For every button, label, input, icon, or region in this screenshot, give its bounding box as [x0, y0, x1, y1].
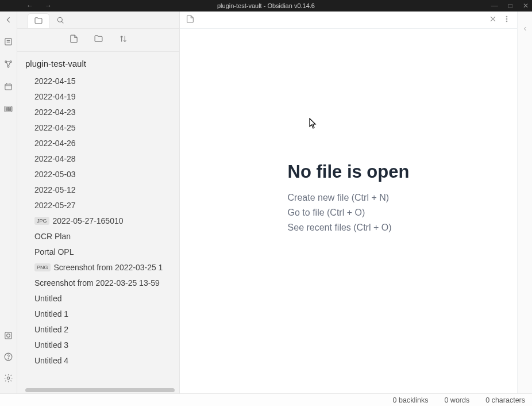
- new-folder-icon[interactable]: [94, 34, 103, 46]
- file-name: 2022-04-15: [34, 76, 76, 86]
- file-name: 2022-04-26: [34, 139, 76, 148]
- file-name: Portal OPL: [34, 247, 74, 256]
- status-backlinks[interactable]: 0 backlinks: [393, 396, 429, 404]
- svg-rect-13: [5, 106, 12, 112]
- svg-rect-14: [6, 108, 7, 109]
- svg-point-27: [506, 16, 507, 17]
- svg-point-22: [7, 377, 9, 379]
- file-name: 2022-05-12: [34, 185, 76, 194]
- svg-line-6: [6, 62, 7, 66]
- file-item[interactable]: 2022-04-26: [25, 135, 179, 151]
- file-item[interactable]: Portal OPL: [25, 244, 179, 259]
- file-item[interactable]: 2022-04-15: [25, 73, 179, 89]
- svg-point-4: [10, 61, 11, 63]
- sort-icon[interactable]: [118, 34, 128, 46]
- file-item[interactable]: Untitled 2: [25, 321, 179, 337]
- window-minimize-icon[interactable]: —: [491, 2, 498, 10]
- file-item[interactable]: 2022-04-25: [25, 120, 179, 135]
- file-item[interactable]: 2022-05-27: [25, 197, 179, 213]
- svg-rect-18: [5, 332, 11, 339]
- window-maximize-icon[interactable]: □: [508, 2, 512, 10]
- svg-point-29: [506, 21, 507, 22]
- graph-view-icon[interactable]: [3, 59, 13, 71]
- file-item[interactable]: Untitled: [25, 290, 179, 306]
- daily-note-icon[interactable]: [3, 82, 13, 94]
- file-item[interactable]: Untitled 3: [25, 337, 179, 353]
- pane-more-icon[interactable]: [502, 14, 511, 26]
- file-item[interactable]: Untitled 4: [25, 353, 179, 368]
- window-close-icon[interactable]: ✕: [523, 2, 529, 10]
- svg-point-21: [8, 359, 9, 359]
- file-name: Untitled 1: [34, 309, 68, 319]
- svg-line-24: [61, 21, 63, 23]
- vault-folder[interactable]: plugin-test-vault: [25, 56, 179, 73]
- command-palette-icon[interactable]: [3, 104, 13, 116]
- tab-file-explorer[interactable]: [28, 13, 49, 28]
- vault-icon[interactable]: [3, 331, 13, 343]
- file-name: Untitled 3: [34, 340, 68, 350]
- close-pane-icon[interactable]: [488, 14, 498, 26]
- file-item[interactable]: 2022-04-28: [25, 151, 179, 166]
- status-words: 0 words: [444, 396, 469, 404]
- create-new-file-action[interactable]: Create new file (Ctrl + N): [288, 193, 410, 203]
- file-name: Untitled 2: [34, 325, 68, 334]
- file-name: 2022-04-23: [34, 108, 76, 117]
- file-item[interactable]: OCR Plan: [25, 228, 179, 244]
- file-name: 2022-05-27-165010: [53, 216, 124, 225]
- svg-rect-9: [5, 84, 11, 90]
- explorer-actions: [17, 29, 179, 52]
- svg-point-28: [506, 18, 507, 20]
- svg-rect-15: [9, 108, 11, 109]
- status-bar: 0 backlinks 0 words 0 characters: [0, 393, 532, 406]
- file-type-badge: PNG: [34, 263, 51, 271]
- nav-forward-icon[interactable]: →: [45, 2, 52, 10]
- svg-rect-17: [9, 109, 11, 110]
- file-name: 2022-05-27: [34, 201, 76, 210]
- file-name: OCR Plan: [34, 232, 71, 241]
- left-ribbon: [0, 12, 17, 393]
- file-explorer-sidebar: plugin-test-vault 2022-04-152022-04-1920…: [17, 12, 180, 393]
- file-item[interactable]: 2022-04-19: [25, 89, 179, 104]
- go-to-file-action[interactable]: Go to file (Ctrl + O): [288, 208, 410, 218]
- svg-point-3: [5, 61, 7, 63]
- new-note-icon[interactable]: [69, 34, 79, 46]
- file-item[interactable]: Screenshot from 2022-03-25 13-59: [25, 275, 179, 290]
- file-item[interactable]: JPG2022-05-27-165010: [25, 213, 179, 228]
- empty-heading: No file is open: [288, 162, 410, 182]
- file-name: Untitled: [34, 294, 61, 303]
- collapse-left-sidebar-icon[interactable]: [3, 15, 13, 26]
- file-item[interactable]: PNGScreenshot from 2022-03-25 1: [25, 259, 179, 275]
- file-name: 2022-04-28: [34, 154, 76, 163]
- horizontal-scrollbar[interactable]: [17, 388, 179, 393]
- right-ribbon: [517, 12, 532, 393]
- svg-point-23: [57, 17, 62, 22]
- status-characters: 0 characters: [485, 396, 525, 404]
- svg-rect-16: [6, 109, 8, 110]
- nav-back-icon[interactable]: ←: [26, 2, 33, 10]
- file-tree[interactable]: plugin-test-vault 2022-04-152022-04-1920…: [17, 52, 179, 388]
- quick-switcher-icon[interactable]: [3, 37, 13, 49]
- svg-rect-0: [5, 39, 11, 45]
- expand-right-sidebar-icon[interactable]: [522, 24, 529, 35]
- file-type-badge: JPG: [34, 217, 49, 225]
- svg-point-19: [7, 334, 10, 338]
- file-item[interactable]: Untitled 1: [25, 306, 179, 321]
- settings-icon[interactable]: [3, 373, 13, 385]
- file-name: 2022-05-03: [34, 170, 76, 179]
- file-item[interactable]: 2022-04-23: [25, 104, 179, 120]
- see-recent-files-action[interactable]: See recent files (Ctrl + O): [288, 223, 410, 233]
- sidebar-tabs: [17, 12, 179, 29]
- view-header: [180, 12, 517, 29]
- svg-point-5: [7, 66, 9, 67]
- window-title: plugin-test-vault - Obsidian v0.14.6: [0, 2, 532, 9]
- help-icon[interactable]: [3, 352, 13, 364]
- window-titlebar: ← → plugin-test-vault - Obsidian v0.14.6…: [0, 0, 532, 12]
- file-name: Screenshot from 2022-03-25 1: [54, 263, 163, 272]
- tab-search[interactable]: [49, 13, 71, 28]
- note-icon[interactable]: [186, 14, 195, 26]
- file-item[interactable]: 2022-05-12: [25, 182, 179, 197]
- file-item[interactable]: 2022-05-03: [25, 166, 179, 182]
- file-name: Screenshot from 2022-03-25 13-59: [34, 278, 160, 288]
- svg-line-7: [9, 62, 10, 66]
- file-name: Untitled 4: [34, 356, 68, 365]
